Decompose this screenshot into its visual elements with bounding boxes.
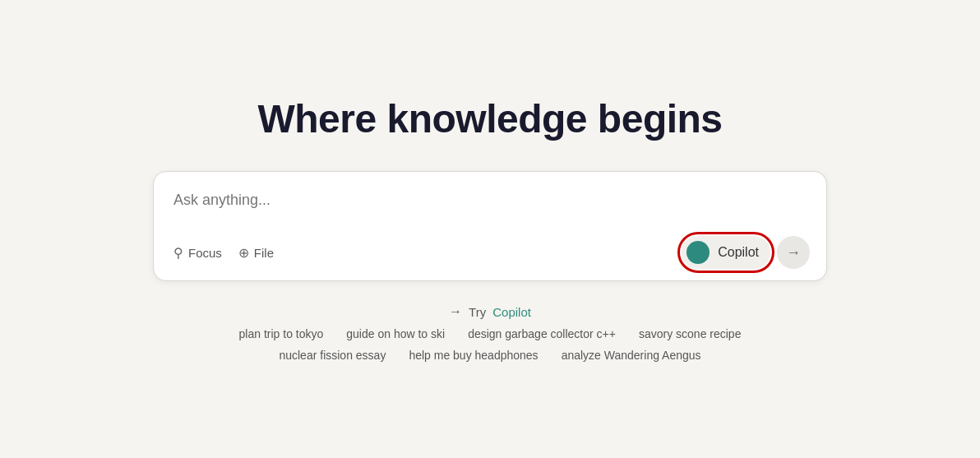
focus-button[interactable]: ⚲ Focus xyxy=(173,245,222,261)
toolbar-right: Copilot → xyxy=(682,236,810,269)
search-toolbar: ⚲ Focus ⊕ File Copilot → xyxy=(173,236,810,269)
copilot-label: Copilot xyxy=(718,245,759,260)
suggestion-design-gc[interactable]: design garbage collector c++ xyxy=(468,327,616,340)
toolbar-left: ⚲ Focus ⊕ File xyxy=(173,245,274,261)
suggestion-wandering[interactable]: analyze Wandering Aengus xyxy=(562,349,701,362)
suggestion-plan-trip[interactable]: plan trip to tokyo xyxy=(239,327,324,340)
suggestion-scone[interactable]: savory scone recipe xyxy=(639,327,742,340)
file-label: File xyxy=(254,246,274,260)
suggestion-guide-ski[interactable]: guide on how to ski xyxy=(346,327,445,340)
search-box: ⚲ Focus ⊕ File Copilot → xyxy=(153,171,827,281)
suggestions-row-1: plan trip to tokyo guide on how to ski d… xyxy=(239,327,742,340)
copilot-toggle-dot xyxy=(686,241,710,264)
suggestion-nuclear[interactable]: nuclear fission essay xyxy=(279,349,386,362)
search-icon: ⚲ xyxy=(173,245,183,261)
suggestions-row-2: nuclear fission essay help me buy headph… xyxy=(279,349,700,362)
file-button[interactable]: ⊕ File xyxy=(238,245,274,261)
suggestion-headphones[interactable]: help me buy headphones xyxy=(409,349,538,362)
suggestions-area: → Try Copilot plan trip to tokyo guide o… xyxy=(239,304,742,362)
plus-circle-icon: ⊕ xyxy=(238,245,249,261)
search-input[interactable] xyxy=(173,188,810,212)
focus-label: Focus xyxy=(188,246,222,260)
submit-arrow-icon: → xyxy=(786,244,801,261)
try-copilot-arrow-icon: → xyxy=(449,304,462,319)
try-copilot-link[interactable]: Copilot xyxy=(492,305,531,319)
try-copilot-row: → Try Copilot xyxy=(449,304,531,319)
page-wrapper: Where knowledge begins ⚲ Focus ⊕ File Co… xyxy=(0,96,980,362)
search-input-area xyxy=(173,188,810,224)
try-copilot-prefix: Try xyxy=(469,305,486,319)
page-title: Where knowledge begins xyxy=(257,96,722,141)
copilot-toggle[interactable]: Copilot xyxy=(682,236,770,269)
submit-button[interactable]: → xyxy=(777,236,810,269)
